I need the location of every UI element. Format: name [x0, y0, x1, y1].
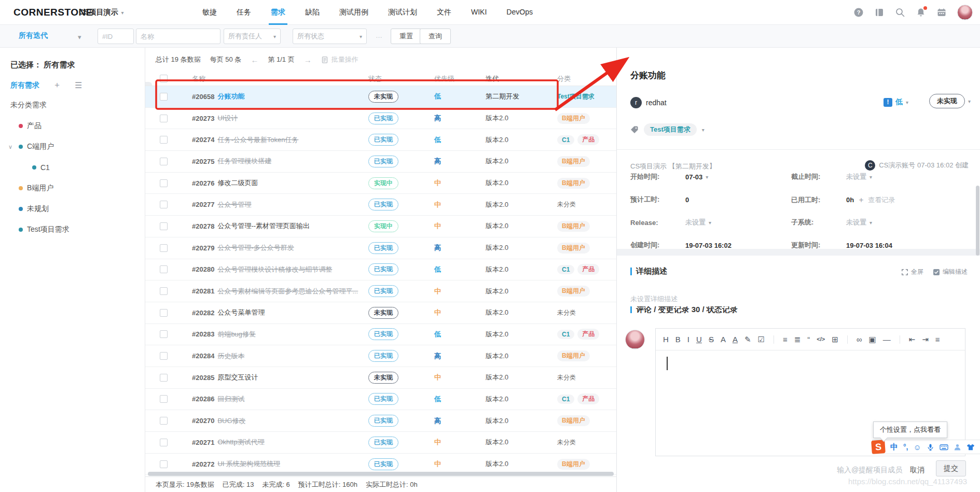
nav-tab-devops[interactable]: DevOps — [506, 0, 533, 25]
row-checkbox[interactable] — [160, 136, 168, 144]
sidebar-item-3[interactable]: ∨C端用户 — [0, 139, 145, 154]
sidebar-item-1[interactable]: 未分类需求 — [0, 97, 145, 113]
keyboard-icon[interactable] — [940, 443, 948, 451]
table-row[interactable]: #20276修改二级页面实现中中版本2.0B端用户 — [145, 173, 616, 194]
reset-button[interactable]: 重置 — [391, 29, 422, 44]
table-row[interactable]: #20279公众号管理-多公众号群发已实现高版本2.0B端用户 — [145, 237, 616, 259]
table-row[interactable]: #20285原型交互设计未实现中版本2.0未分类 — [145, 367, 616, 389]
chevron-down-icon[interactable]: ▾ — [869, 220, 872, 226]
chevron-down-icon[interactable]: ∨ — [8, 144, 15, 150]
nav-tab-requirement[interactable]: 需求 — [271, 0, 285, 25]
horizontal-scrollbar[interactable] — [148, 472, 614, 476]
table-row[interactable]: #20275任务管理模块搭建已实现高版本2.0B端用户 — [145, 151, 616, 173]
task-list-icon[interactable]: ☑ — [758, 335, 765, 343]
table-row[interactable]: #20278公众号管理--素材管理页面输出实现中中版本2.0B端用户 — [145, 216, 616, 237]
table-row[interactable]: #20283前端bug修复已实现低版本2.0C1产品 — [145, 324, 616, 346]
page-size[interactable]: 每页 50 条 — [210, 55, 242, 64]
cancel-button[interactable]: 取消 — [910, 466, 924, 475]
sidebar-item-7[interactable]: Test项目需求 — [0, 222, 145, 237]
table-row[interactable]: #20280公众号管理模块设计稿修改与细节调整已实现低版本2.0C1产品 — [145, 259, 616, 281]
vertical-scrollbar[interactable] — [976, 186, 979, 256]
skin-icon[interactable] — [967, 443, 975, 451]
bell-icon[interactable] — [916, 7, 926, 18]
indent-icon[interactable]: ⇥ — [922, 335, 929, 343]
table-row[interactable]: #20273UI设计已实现高版本2.0B端用户 — [145, 108, 616, 130]
book-icon[interactable] — [874, 7, 885, 18]
id-filter-input[interactable] — [98, 29, 134, 44]
voice-icon[interactable] — [927, 443, 934, 451]
row-checkbox[interactable] — [160, 395, 168, 403]
chevron-down-icon[interactable]: ▾ — [709, 220, 711, 226]
user-icon[interactable] — [954, 443, 961, 451]
nav-tab-file[interactable]: 文件 — [437, 0, 451, 25]
table-row[interactable]: #20270BUG修改已实现高版本2.0B端用户 — [145, 410, 616, 432]
chevron-down-icon[interactable]: ▾ — [706, 174, 708, 180]
font-color-icon[interactable]: A — [733, 335, 738, 343]
nav-tab-task[interactable]: 任务 — [237, 0, 251, 25]
row-checkbox[interactable] — [160, 352, 168, 360]
sidebar-item-4[interactable]: C1 — [0, 160, 145, 175]
sidebar-item-2[interactable]: 产品 — [0, 118, 145, 134]
table-row[interactable]: #20277公众号管理已实现中版本2.0未分类 — [145, 194, 616, 216]
field-value[interactable]: 未设置 — [846, 218, 866, 227]
row-checkbox[interactable] — [160, 115, 168, 122]
more-filters-button[interactable]: … — [376, 32, 383, 39]
table-icon[interactable]: ⊞ — [832, 335, 838, 343]
table-row[interactable]: #20658分账功能未实现低第二期开发Test项目需求 — [145, 86, 616, 108]
edit-description-button[interactable]: 编辑描述 — [933, 268, 968, 276]
row-checkbox[interactable] — [160, 222, 168, 230]
query-button[interactable]: 查询 — [420, 29, 451, 44]
link-icon[interactable]: ∞ — [857, 335, 862, 343]
batch-operation-button[interactable]: 批量操作 — [321, 55, 358, 64]
outdent-icon[interactable]: ⇤ — [909, 335, 916, 343]
table-row[interactable]: #20282公众号菜单管理未实现中版本2.0未分类 — [145, 302, 616, 324]
user-avatar[interactable] — [957, 5, 973, 20]
project-switcher[interactable]: CS项目演示 ▾ — [79, 8, 123, 17]
heading-icon[interactable]: H — [663, 335, 669, 343]
bold-icon[interactable]: B — [675, 335, 681, 343]
field-value[interactable]: 未设置 — [846, 172, 866, 181]
next-page-icon[interactable]: → — [304, 55, 312, 64]
category-tag-row[interactable]: Test项目需求 ▾ — [630, 123, 705, 136]
field-value[interactable]: 未设置 — [685, 218, 706, 227]
row-checkbox[interactable] — [160, 158, 168, 165]
ime-tooltip[interactable]: 个性设置，点我看看 — [873, 421, 947, 438]
row-checkbox[interactable] — [160, 374, 168, 382]
row-checkbox[interactable] — [160, 201, 168, 208]
chevron-down-icon[interactable]: ▾ — [869, 174, 872, 180]
unordered-list-icon[interactable]: ≣ — [794, 335, 801, 343]
prev-page-icon[interactable]: ← — [251, 55, 258, 64]
row-checkbox[interactable] — [160, 287, 168, 295]
nav-tab-defect[interactable]: 缺陷 — [305, 0, 320, 25]
row-checkbox[interactable] — [160, 330, 168, 338]
iteration-filter[interactable]: 所有迭代 — [19, 31, 48, 40]
table-row[interactable]: #20286回归测试已实现低版本2.0C1产品 — [145, 389, 616, 411]
row-checkbox[interactable] — [160, 93, 168, 101]
table-row[interactable]: #20274任务-公众号最新Token任务已实现低版本2.0C1产品 — [145, 129, 616, 151]
nav-tab-agile[interactable]: 敏捷 — [202, 0, 217, 25]
quote-icon[interactable]: “ — [807, 335, 810, 343]
view-records-link[interactable]: 查看记录 — [868, 195, 895, 205]
sidebar-item-6[interactable]: 未规划 — [0, 201, 145, 217]
underline-icon[interactable]: U — [696, 335, 702, 343]
nav-tab-wiki[interactable]: WIKI — [471, 0, 487, 25]
sidebar-item-all-requirements[interactable]: 所有需求 — [10, 81, 39, 90]
status-dropdown[interactable]: 未实现 ▾ — [929, 94, 971, 108]
row-checkbox[interactable] — [160, 460, 168, 468]
priority-dropdown[interactable]: ! 低 ▾ — [884, 97, 908, 107]
code-icon[interactable]: </> — [817, 336, 825, 342]
nav-tab-testplan[interactable]: 测试计划 — [388, 0, 417, 25]
list-view-icon[interactable]: ☰ — [75, 80, 82, 90]
ordered-list-icon[interactable]: ≡ — [783, 335, 788, 343]
chinese-mode-icon[interactable]: 中 — [890, 442, 898, 452]
sidebar-item-5[interactable]: B端用户 — [0, 180, 145, 196]
divider-icon[interactable]: — — [883, 335, 891, 343]
row-checkbox[interactable] — [160, 417, 168, 425]
table-row[interactable]: #20271Okhttp测试代理已实现中版本2.0未分类 — [145, 432, 616, 454]
field-value[interactable]: 07-03 — [685, 173, 702, 181]
emoji-icon[interactable]: ☺ — [914, 443, 921, 452]
align-icon[interactable]: ≡ — [935, 335, 940, 343]
add-worklog-icon[interactable]: ＋ — [857, 195, 865, 205]
highlight-icon[interactable]: ✎ — [744, 335, 751, 343]
row-checkbox[interactable] — [160, 439, 168, 446]
